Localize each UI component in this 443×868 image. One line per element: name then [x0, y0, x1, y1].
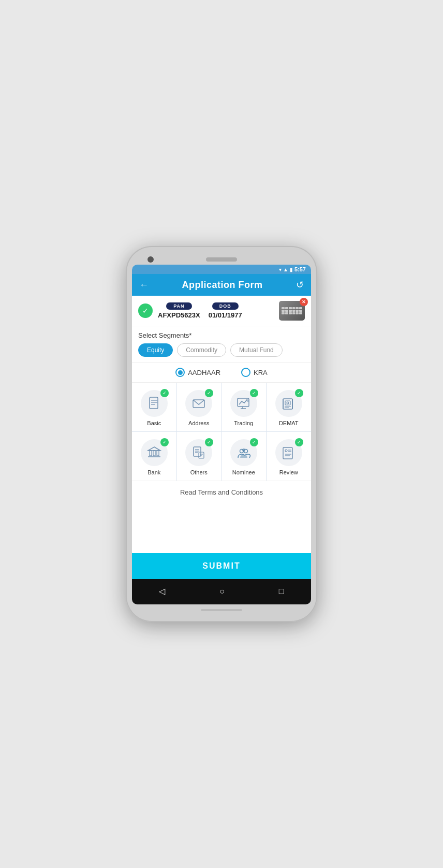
dob-label: DOB — [212, 302, 239, 310]
nominee-check: ✓ — [250, 438, 258, 446]
status-bar: ▾ ▲ ▮ 5:57 — [132, 265, 311, 274]
svg-point-10 — [287, 402, 289, 404]
kyc-radio-row: AADHAAR KRA — [132, 363, 311, 383]
bank-icon — [147, 445, 161, 460]
user-info-strip: ✓ PAN AFXPD5623X DOB 01/01/1977 — [132, 296, 311, 326]
bank-section-cell[interactable]: ✓ Bank — [132, 432, 177, 481]
chart-icon — [237, 396, 251, 411]
address-section-cell[interactable]: ✓ Address — [177, 383, 222, 431]
pan-label: PAN — [166, 302, 191, 310]
svg-rect-18 — [157, 451, 159, 456]
nominee-section-cell[interactable]: ✓ Nominee — [222, 432, 267, 481]
review-icon — [282, 445, 296, 460]
basic-label: Basic — [147, 420, 161, 426]
grid-row-2: ✓ Bank — [132, 432, 311, 481]
home-indicator — [201, 609, 242, 611]
submit-button[interactable]: SUBMIT — [132, 553, 311, 579]
demat-section-cell[interactable]: ✓ DEMAT — [267, 383, 312, 431]
others-section-cell[interactable]: ✓ Others — [177, 432, 222, 481]
review-check: ✓ — [295, 438, 303, 446]
demat-check: ✓ — [295, 389, 303, 397]
svg-rect-17 — [153, 451, 155, 456]
document-icon — [147, 396, 161, 411]
terms-text[interactable]: Read Terms and Conditions — [180, 488, 263, 496]
nominee-icon-wrap: ✓ — [230, 439, 257, 466]
kra-radio-circle — [241, 368, 250, 377]
aadhaar-label: AADHAAR — [188, 369, 220, 377]
terms-row: Read Terms and Conditions — [132, 481, 311, 503]
grid-row-1: ✓ Basic ✓ Address — [132, 383, 311, 432]
wifi-icon: ▾ — [279, 267, 282, 272]
camera — [147, 256, 154, 263]
user-fields: PAN AFXPD5623X DOB 01/01/1977 — [158, 302, 274, 319]
bank-check: ✓ — [160, 438, 169, 446]
svg-rect-24 — [199, 452, 204, 458]
basic-icon-wrap: ✓ — [141, 390, 168, 417]
dob-field-group: DOB 01/01/1977 — [209, 302, 242, 319]
trading-label: Trading — [234, 420, 253, 426]
battery-icon: ▮ — [290, 267, 293, 272]
svg-rect-20 — [194, 447, 201, 456]
content-scroll: ✓ PAN AFXPD5623X DOB 01/01/1977 — [132, 296, 311, 604]
others-icon-wrap: ✓ — [185, 439, 212, 466]
review-label: Review — [279, 469, 298, 475]
svg-rect-30 — [283, 447, 292, 459]
verified-badge: ✓ — [138, 303, 153, 318]
nominee-icon — [237, 445, 251, 460]
status-time: 5:57 — [294, 266, 306, 272]
demat-icon-wrap: ✓ — [275, 390, 302, 417]
phone-bottom-bar — [132, 604, 311, 613]
svg-rect-0 — [150, 397, 158, 409]
refresh-button[interactable]: ↺ — [296, 279, 304, 291]
dob-value: 01/01/1977 — [209, 311, 242, 319]
svg-rect-16 — [150, 451, 152, 456]
others-label: Others — [190, 469, 208, 475]
app-bar: ← Application Form ↺ — [132, 274, 311, 296]
segments-row: Equity Commodity Mutual Fund — [138, 343, 305, 357]
submit-label: SUBMIT — [202, 561, 240, 570]
svg-rect-9 — [285, 401, 290, 405]
segment-equity-button[interactable]: Equity — [138, 343, 173, 357]
recent-nav-button[interactable]: □ — [269, 585, 294, 598]
page-title: Application Form — [182, 280, 263, 291]
review-icon-wrap: ✓ — [275, 439, 302, 466]
pan-value: AFXPD5623X — [158, 311, 200, 319]
kra-label: KRA — [254, 369, 268, 377]
form-sections-grid: ✓ Basic ✓ Address — [132, 383, 311, 553]
back-nav-button[interactable]: ◁ — [149, 584, 175, 598]
segment-mutual-fund-button[interactable]: Mutual Fund — [230, 343, 283, 357]
bank-icon-wrap: ✓ — [141, 439, 168, 466]
speaker — [206, 257, 237, 262]
trading-section-cell[interactable]: ✓ Trading — [222, 383, 267, 431]
segment-commodity-button[interactable]: Commodity — [177, 343, 226, 357]
home-nav-button[interactable]: ○ — [209, 585, 235, 598]
basic-check: ✓ — [160, 389, 169, 397]
close-thumbnail-button[interactable]: ✕ — [300, 298, 308, 306]
svg-point-29 — [242, 449, 245, 452]
kra-radio[interactable]: KRA — [241, 368, 268, 377]
demat-label: DEMAT — [279, 420, 299, 426]
others-check: ✓ — [205, 438, 213, 446]
address-icon-wrap: ✓ — [185, 390, 212, 417]
pan-field-group: PAN AFXPD5623X — [158, 302, 200, 319]
trading-icon-wrap: ✓ — [230, 390, 257, 417]
aadhaar-radio[interactable]: AADHAAR — [175, 368, 220, 377]
svg-point-31 — [285, 450, 287, 452]
bank-label: Bank — [147, 469, 160, 475]
aadhaar-radio-circle — [175, 368, 185, 377]
demat-icon — [282, 396, 296, 411]
segments-label: Select Segments* — [138, 331, 305, 339]
segments-section: Select Segments* Equity Commodity Mutual… — [132, 326, 311, 363]
address-label: Address — [188, 420, 209, 426]
basic-section-cell[interactable]: ✓ Basic — [132, 383, 177, 431]
signal-icon: ▲ — [283, 267, 288, 272]
id-thumbnail: ✕ — [279, 301, 305, 321]
others-icon — [191, 445, 206, 460]
address-check: ✓ — [205, 389, 213, 397]
svg-marker-15 — [148, 447, 160, 451]
back-button[interactable]: ← — [139, 280, 149, 291]
review-section-cell[interactable]: ✓ Review — [267, 432, 312, 481]
nominee-label: Nominee — [232, 469, 255, 475]
bottom-nav: ◁ ○ □ — [132, 579, 311, 604]
trading-check: ✓ — [250, 389, 258, 397]
